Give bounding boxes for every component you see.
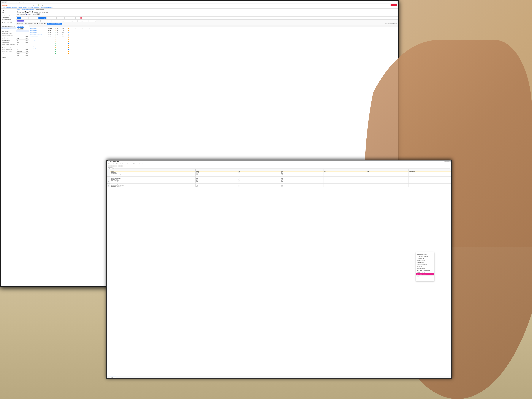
url-bar[interactable]: fr.semrush.com/analytics/keywordmagic/?q…: [7, 1, 397, 3]
top-search-button[interactable]: Recherche: [391, 4, 397, 6]
sheets-cell-13-3[interactable]: 1.90: [281, 185, 323, 186]
toolbar-percent[interactable]: %: [113, 165, 115, 167]
sheets-cell-14-2[interactable]: 22: [238, 186, 281, 187]
sheets-cell-3-1[interactable]: 22200: [196, 173, 238, 174]
keyword-name[interactable]: panneaux solaire: [30, 42, 48, 43]
sheets-cell-5-4[interactable]: C: [323, 175, 366, 177]
sheets-cell-2-4[interactable]: C: [323, 172, 366, 173]
tab-tous-mots[interactable]: Tous les mots clés: [28, 17, 38, 19]
menu-outils[interactable]: Outils: [133, 163, 136, 164]
manual-link[interactable]: Manuel de l'utilisateur: [18, 7, 27, 8]
sheets-cell-5-1[interactable]: 12100: [196, 175, 238, 177]
sheets-cell-2-1[interactable]: 110000: [196, 172, 238, 173]
menu-affichage[interactable]: Affichage: [115, 163, 119, 164]
table-row[interactable]: batterie panneau solaire 6 600 18 2.50 —…: [29, 45, 398, 47]
sidebar-item-analyse-groupe[interactable]: Analyse groupée: [1, 41, 16, 43]
toolbar-currency[interactable]: €: [111, 165, 113, 167]
intention-filter-pill[interactable]: Intention ▾: [82, 20, 88, 22]
sheets-cell-7-5[interactable]: [366, 178, 409, 179]
sheets-cell-4-3[interactable]: 1.57: [281, 174, 323, 175]
table-row[interactable]: installation panneau solaire 9 100 43 2.…: [29, 39, 398, 41]
sheets-cell-12-1[interactable]: 5400: [196, 184, 238, 185]
sidebar-item-organic-traffic[interactable]: Organic Traffic Insights: [1, 32, 16, 34]
sheets-cell-11-6[interactable]: [409, 182, 451, 184]
sheets-cell-14-1[interactable]: 4800: [196, 186, 238, 187]
sidebar-group-item[interactable]: › 12+2 336: [16, 49, 29, 51]
sheets-cell-11-0[interactable]: batterie pour panneau solaire: [110, 182, 196, 184]
tab-langues[interactable]: Langues 897 ▾: [76, 17, 84, 19]
sidebar-group-item[interactable]: › comment2 770: [16, 45, 29, 47]
sheets-cell-7-3[interactable]: 2.80: [281, 178, 323, 179]
col-header-a[interactable]: A: [110, 169, 196, 171]
sheets-cell-12-5[interactable]: [366, 184, 409, 185]
sidebar-group-item[interactable]: › kits1 764: [16, 54, 29, 56]
table-row[interactable]: kit panneau solaire 12 100 24 2.39 — — —: [29, 35, 398, 37]
view-by-volume[interactable]: Par volume: [17, 28, 24, 30]
context-menu-sheet-item[interactable]: HOME_PAGE_Backlinks-pages: [416, 269, 434, 271]
sheets-col-header-6[interactable]: SERP Features: [409, 171, 451, 172]
sheets-cell-2-5[interactable]: [366, 172, 409, 173]
sheets-cell-4-0[interactable]: panneau solaire plug and play: [110, 174, 196, 175]
table-row[interactable]: panneau solaire plug and play 12 100 21 …: [29, 33, 398, 35]
sheets-cell-9-5[interactable]: [366, 180, 409, 181]
sheets-cell-12-2[interactable]: 31: [238, 184, 281, 185]
sheets-cell-5-5[interactable]: [366, 175, 409, 177]
sheets-cell-10-1[interactable]: 6600: [196, 181, 238, 182]
sheets-cell-9-4[interactable]: I: [323, 180, 366, 181]
volume-filter-pill[interactable]: Volume ▾: [72, 20, 78, 22]
table-row[interactable]: panneaux solaires autoconsommation 5 400…: [29, 51, 398, 53]
sheets-cell-7-1[interactable]: 9100: [196, 178, 238, 179]
table-row[interactable]: batterie pour panneau solaire 6 600 43 2…: [29, 47, 398, 49]
sheets-cell-4-1[interactable]: 18100: [196, 174, 238, 175]
sheets-cell-10-5[interactable]: [366, 181, 409, 182]
sheets-cell-10-0[interactable]: panneau solaire prix: [110, 181, 196, 182]
keyword-name[interactable]: panneau solaire plug and play: [30, 34, 48, 35]
col-header-b[interactable]: B: [196, 169, 238, 171]
keyword-name[interactable]: panneaux solaires: [30, 32, 48, 33]
cell-reference[interactable]: A1: [108, 167, 113, 169]
browser-forward[interactable]: [3, 2, 5, 3]
table-row[interactable]: panneau solaire prix 5 400 31 2.20 — — —: [29, 49, 398, 51]
sheets-cell-3-3[interactable]: 4.84: [281, 173, 323, 174]
sheets-cell-5-6[interactable]: [409, 175, 451, 177]
sheets-col-header-1[interactable]: Volume: [196, 171, 238, 172]
context-show-all[interactable]: Afficher toutes les feuilles: [416, 277, 434, 279]
nav-ressources[interactable]: Ressources ▾: [20, 5, 25, 6]
sheets-cell-6-5[interactable]: [366, 177, 409, 178]
sidebar-group-item[interactable]: › brancheme...1 993: [16, 51, 29, 53]
table-row[interactable]: prix panneau solaire 6 600 19 2.50 — — —: [29, 43, 398, 45]
keyword-name[interactable]: panneaux solaires autoconsommation: [30, 51, 48, 52]
toolbar-bold[interactable]: B: [115, 165, 117, 167]
sheet-tab-1[interactable]: Sheet2: [110, 377, 116, 378]
sheets-cell-10-4[interactable]: C: [323, 181, 366, 182]
sheets-cell-5-0[interactable]: kit panneau solaire: [110, 175, 196, 177]
keyword-name[interactable]: batterie panneau solaire: [30, 45, 48, 47]
sheets-col-header-2[interactable]: KD: [238, 171, 281, 172]
sidebar-local[interactable]: Local ›: [1, 54, 16, 56]
sidebar-item-onpage-checker[interactable]: On Page SEO Checker: [1, 50, 16, 52]
sheets-cell-4-6[interactable]: [409, 174, 451, 175]
sheets-cell-5-2[interactable]: 21: [238, 175, 281, 177]
sidebar-item-link-building[interactable]: Link Building Tool: [1, 40, 16, 41]
sheets-cell-12-3[interactable]: 2.20: [281, 184, 323, 185]
col-header-f[interactable]: F: [366, 169, 409, 171]
sheets-cell-6-4[interactable]: C: [323, 177, 366, 178]
sheets-cell-10-2[interactable]: 18: [238, 181, 281, 182]
menu-extensions[interactable]: Extensions: [137, 163, 141, 164]
tab-tous[interactable]: Tous: [17, 17, 21, 19]
context-quitter[interactable]: Quitter: [416, 279, 434, 281]
sheets-cell-13-4[interactable]: C: [323, 185, 366, 186]
sheets-cell-9-6[interactable]: [409, 180, 451, 181]
nav-enterprise[interactable]: Enterprise ↗: [40, 5, 45, 6]
sheets-col-header-0[interactable]: Keyword: [110, 171, 196, 172]
sidebar-item-vue-mots[interactable]: Vue d'ensemble des mots clés: [1, 25, 16, 27]
sheets-cell-6-1[interactable]: 9100: [196, 177, 238, 178]
domain-filter-pill[interactable]: Domaine pour les données perfo...: [24, 20, 40, 22]
sheets-cell-11-3[interactable]: 2.88: [281, 182, 323, 184]
keyword-name[interactable]: kit panneau solaire: [30, 36, 48, 37]
sidebar-group-item[interactable]: › car...3 600: [16, 38, 29, 40]
sidebar-pub[interactable]: Publicité ›: [1, 56, 16, 58]
view-by-number[interactable]: Par nombre: [17, 25, 24, 28]
context-menu-sheet-item[interactable]: Modèle kanalisation(blog): [416, 253, 434, 256]
menu-donnees[interactable]: Données: [129, 163, 132, 164]
